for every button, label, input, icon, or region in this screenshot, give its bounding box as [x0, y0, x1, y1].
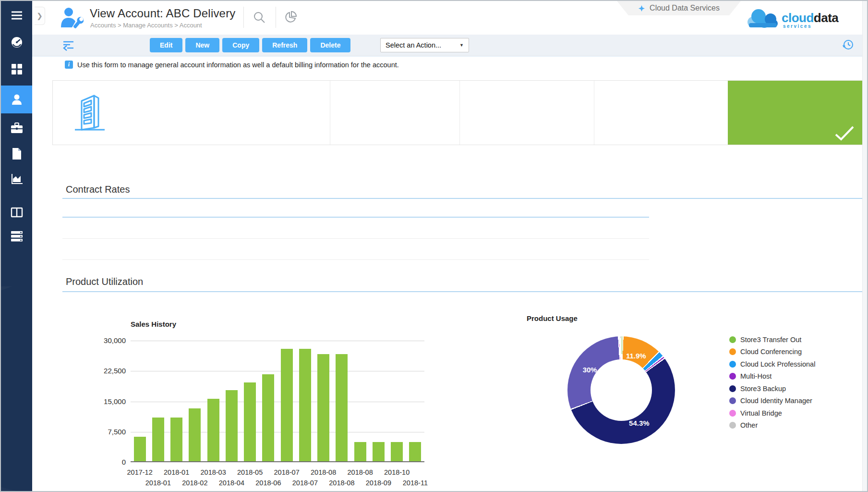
- sidebar-item-apps-grid-icon[interactable]: [1, 59, 32, 80]
- refresh-button[interactable]: Refresh: [262, 38, 307, 52]
- account-summary-card: [52, 80, 863, 145]
- legend-item: Cloud Identity Manager: [729, 395, 815, 407]
- legend-color-dot: [729, 361, 736, 368]
- summary-cell-status: [728, 81, 862, 145]
- x-axis-tick-label: 2018-02: [182, 479, 207, 487]
- x-axis-tick-label: 2018-05: [237, 468, 263, 476]
- summary-cell-name: [53, 81, 330, 145]
- legend-item: Cloud Lock Professional: [729, 358, 815, 370]
- header-divider: [243, 7, 244, 28]
- new-button[interactable]: New: [185, 38, 219, 52]
- donut-hole: [591, 359, 652, 421]
- bar-2018-06: [262, 374, 274, 461]
- vertical-scrollbar[interactable]: [862, 1, 867, 491]
- bar-2018-04: [226, 390, 238, 461]
- legend-label: Cloud Identity Manager: [740, 397, 812, 405]
- bar-2018-08: [317, 354, 329, 461]
- check-icon: [834, 125, 855, 143]
- bar-2018-07: [281, 349, 293, 461]
- product-utilization-title: Product Utilization: [66, 276, 143, 287]
- legend-label: Multi-Host: [740, 372, 772, 380]
- product-usage-legend: Store3 Transfer Out Cloud Conferencing C…: [729, 333, 815, 431]
- delete-button[interactable]: Delete: [310, 38, 350, 52]
- legend-label: Store3 Transfer Out: [740, 336, 801, 344]
- x-axis-tick-label: 2018-07: [292, 479, 318, 487]
- sidebar-item-columns-icon[interactable]: [1, 202, 32, 223]
- clouddata-logo: clouddata services: [745, 4, 865, 32]
- breadcrumb: Accounts > Manage Accounts > Account: [90, 22, 202, 29]
- bar-2018-07: [299, 349, 311, 461]
- legend-item: Multi-Host: [729, 370, 815, 383]
- sidebar-expand-chevron-icon[interactable]: ❯: [35, 7, 45, 25]
- info-bar: i Use this form to manage general accoun…: [32, 56, 868, 73]
- apps-grid-icon: [11, 63, 23, 75]
- summary-cell-next-payment: [594, 81, 728, 145]
- legend-item: Store3 Transfer Out: [729, 333, 815, 346]
- bar-2018-01: [170, 418, 182, 461]
- section-underline: [62, 198, 863, 199]
- legend-color-dot: [729, 336, 736, 343]
- sidebar-item-reports-chart-icon[interactable]: [1, 168, 32, 189]
- briefcase-icon: [11, 123, 23, 134]
- sidebar: [1, 1, 32, 492]
- sidebar-item-dashboard-icon[interactable]: [1, 32, 32, 53]
- legend-color-dot: [729, 397, 736, 404]
- x-axis-tick-label: 2018-09: [366, 479, 391, 487]
- building-icon: [73, 91, 110, 135]
- sidebar-item-menu-icon[interactable]: [1, 5, 32, 26]
- info-bar-text: Use this form to manage general account …: [77, 61, 399, 69]
- sales-history-plot-area: [131, 341, 424, 462]
- sidebar-item-briefcase-icon[interactable]: [1, 118, 32, 139]
- account-wrench-icon: [59, 6, 84, 33]
- legend-label: Virtual Bridge: [740, 409, 782, 417]
- legend-color-dot: [729, 422, 736, 429]
- y-axis-tick-label: 30,000: [87, 336, 126, 344]
- legend-label: Cloud Conferencing: [740, 348, 802, 356]
- table-row[interactable]: [62, 239, 649, 260]
- toolbar: EditNewCopyRefreshDelete Select an Actio…: [32, 35, 868, 56]
- x-axis-tick-label: 2018-06: [255, 479, 281, 487]
- cloud-logo-icon: [745, 5, 781, 30]
- legend-color-dot: [729, 373, 736, 380]
- bar-2018-09: [373, 442, 385, 461]
- bar-2017-12: [134, 437, 146, 461]
- x-axis-tick-label: 2018-07: [274, 468, 300, 476]
- sidebar-item-server-icon[interactable]: [1, 226, 32, 247]
- bar-2018-03: [207, 399, 219, 461]
- y-axis-tick-label: 0: [87, 458, 126, 466]
- table-header-row: [62, 202, 649, 218]
- donut-segment-label: 54.3%: [629, 419, 650, 427]
- logo-text-cloud: cloud: [782, 11, 814, 25]
- tab-cloud-data-services[interactable]: Cloud Data Services: [617, 1, 741, 15]
- bar-2018-08: [354, 442, 366, 461]
- cds-tab-label: Cloud Data Services: [650, 4, 720, 12]
- x-axis-tick-label: 2018-08: [311, 468, 336, 476]
- pie-chart-icon[interactable]: [283, 11, 298, 25]
- bar-2018-11: [409, 442, 421, 461]
- contract-rates-table: [62, 202, 649, 260]
- summary-cell-balance: [459, 81, 594, 145]
- copy-button[interactable]: Copy: [222, 38, 259, 52]
- server-icon: [11, 231, 23, 242]
- sidebar-item-document-icon[interactable]: [1, 143, 32, 164]
- x-axis-tick-label: 2018-11: [403, 479, 428, 487]
- menu-icon: [11, 11, 23, 20]
- collapse-list-icon[interactable]: [62, 39, 75, 53]
- legend-item: Store3 Backup: [729, 382, 815, 395]
- legend-label: Cloud Lock Professional: [740, 360, 815, 368]
- section-underline: [62, 291, 863, 292]
- history-icon[interactable]: [841, 38, 855, 53]
- action-select-dropdown[interactable]: Select an Action... ▼: [380, 38, 469, 52]
- edit-button[interactable]: Edit: [150, 38, 182, 52]
- gridline: [131, 402, 424, 402]
- app-window: ❯ View Account: ABC Delivery Accounts > …: [0, 0, 868, 492]
- summary-cell-customer-since: [330, 81, 459, 145]
- x-axis-tick-label: 2017-12: [127, 468, 153, 476]
- x-axis-tick-label: 2018-01: [164, 468, 189, 476]
- sidebar-item-accounts-icon[interactable]: [1, 86, 32, 113]
- table-row[interactable]: [62, 218, 649, 239]
- x-axis-tick-label: 2018-08: [348, 468, 373, 476]
- legend-item: Virtual Bridge: [729, 407, 815, 419]
- contract-rates-title: Contract Rates: [66, 184, 130, 195]
- search-icon[interactable]: [252, 11, 266, 25]
